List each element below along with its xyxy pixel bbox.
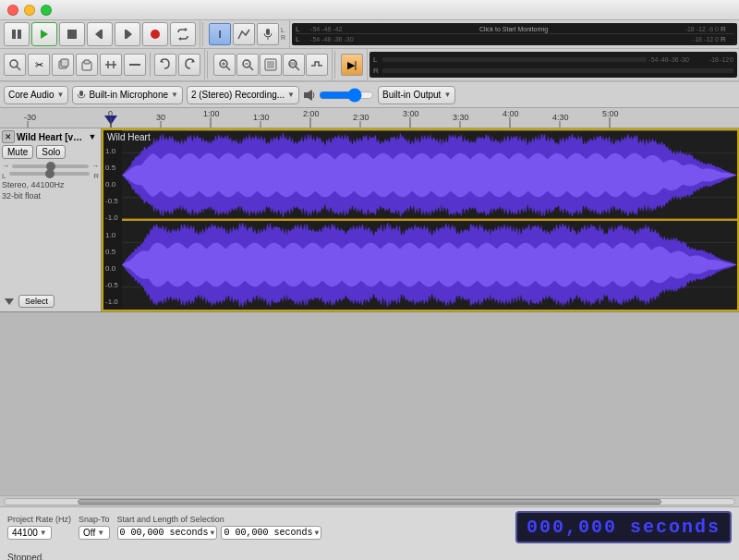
svg-rect-7	[125, 30, 127, 39]
zoom-tool[interactable]	[4, 54, 26, 76]
pan-slider-thumb[interactable]	[45, 169, 55, 178]
transport-toolbar	[0, 20, 200, 48]
output-device-select[interactable]: Built-in Output ▼	[378, 86, 455, 104]
main-content: ✕ Wild Heart [vo... ▼ Mute Solo → → L	[0, 128, 739, 495]
track-close-button[interactable]: ✕	[2, 130, 15, 143]
track-info: Stereo, 44100Hz 32-bit float	[2, 180, 99, 201]
pause-button[interactable]	[4, 22, 30, 46]
svg-marker-4	[95, 30, 101, 39]
svg-rect-33	[267, 61, 274, 68]
waveform-title: Wild Heart	[107, 132, 151, 142]
minimize-button[interactable]	[24, 5, 35, 16]
hscroll-track[interactable]	[4, 498, 735, 505]
db-label: -6	[708, 26, 713, 32]
dropdown-arrow[interactable]: ▼	[314, 529, 319, 537]
device-bar: Core Audio ▼ Built-in Microphone ▼ 2 (St…	[0, 81, 739, 107]
maximize-button[interactable]	[41, 5, 52, 16]
solo-button[interactable]: Solo	[36, 145, 66, 159]
scale-labels: 1.0 0.5 0.0 -0.5 -1.0 1.0 0.5 0.0 -0.5 -…	[105, 147, 122, 306]
snap-to-group: Snap-To Off ▼	[79, 515, 110, 540]
recording-meter[interactable]: L -54 -48 -42 Click to Start Monitoring …	[292, 23, 737, 45]
svg-text:5:00: 5:00	[602, 109, 619, 118]
db-label: -54	[310, 26, 320, 32]
envelope-tool[interactable]	[233, 23, 255, 45]
svg-line-28	[226, 67, 230, 70]
snap-to-label: Snap-To	[79, 515, 110, 524]
svg-text:30: 30	[156, 113, 165, 122]
track-container: ✕ Wild Heart [vo... ▼ Mute Solo → → L	[0, 128, 739, 312]
chevron-down-icon: ▼	[171, 91, 178, 99]
playback-meter[interactable]: L -54-48-36-30-18-120 R	[370, 52, 737, 78]
close-button[interactable]	[7, 5, 18, 16]
status-row1: Project Rate (Hz) 44100 ▼ Snap-To Off ▼ …	[7, 511, 732, 543]
svg-rect-35	[290, 62, 296, 66]
divider	[207, 51, 208, 79]
svg-marker-66	[5, 298, 14, 305]
zoom-out-btn[interactable]	[236, 54, 259, 76]
project-rate-group: Project Rate (Hz) 44100 ▼	[7, 515, 71, 540]
track-area: ✕ Wild Heart [vo... ▼ Mute Solo → → L	[0, 128, 739, 495]
svg-line-31	[249, 67, 253, 70]
undo-tool[interactable]	[154, 54, 176, 76]
tools-toolbar-2: ✂	[0, 49, 205, 80]
svg-text:0: 0	[108, 109, 113, 118]
titlebar	[0, 0, 739, 20]
svg-line-14	[17, 67, 20, 70]
skip-btn-section: ▶|	[337, 49, 368, 80]
trim-tool[interactable]	[100, 54, 122, 76]
selection-start[interactable]: 0 00,000 seconds ▼	[117, 526, 218, 540]
skip-start-btn[interactable]: ▶|	[341, 54, 363, 76]
output-volume-slider[interactable]	[319, 90, 374, 101]
empty-track-area	[0, 312, 739, 495]
channels-select[interactable]: 2 (Stereo) Recording... ▼	[187, 86, 299, 104]
snap-to-value[interactable]: Off ▼	[79, 526, 110, 540]
paste-tool[interactable]	[76, 54, 98, 76]
track-footer: Select	[2, 293, 99, 310]
svg-text:2:30: 2:30	[353, 113, 370, 122]
zoom-toggle-btn[interactable]	[306, 54, 328, 76]
db-label: -18	[685, 26, 695, 32]
click-to-start[interactable]: Click to Start Monitoring	[479, 26, 548, 32]
draw-tool[interactable]: ✂	[28, 54, 50, 76]
svg-rect-5	[101, 30, 103, 39]
svg-rect-16	[61, 59, 68, 67]
svg-marker-2	[41, 30, 48, 39]
timeline-ruler[interactable]: -30 0 30 1:00 1:30 2:00 2:30 3:00 3:30 4…	[0, 108, 739, 128]
project-rate-value[interactable]: 44100 ▼	[7, 526, 52, 540]
prev-button[interactable]	[87, 22, 113, 46]
hscrollbar	[0, 495, 739, 506]
zoom-in-btn[interactable]	[213, 54, 236, 76]
svg-rect-0	[12, 30, 16, 39]
select-button[interactable]: Select	[18, 295, 55, 308]
zoom-sel-btn[interactable]	[283, 54, 305, 76]
selection-label: Start and Length of Selection	[117, 515, 508, 524]
hscroll-thumb[interactable]	[78, 499, 661, 505]
selection-length[interactable]: 0 00,000 seconds ▼	[221, 526, 321, 540]
redo-tool[interactable]	[178, 54, 200, 76]
next-button[interactable]	[115, 22, 140, 46]
mute-button[interactable]: Mute	[2, 145, 33, 159]
play-button[interactable]	[31, 22, 57, 46]
loop-button[interactable]	[170, 22, 196, 46]
track-name: Wild Heart [vo...	[17, 132, 84, 142]
copy-tool[interactable]	[52, 54, 74, 76]
svg-text:-30: -30	[24, 113, 36, 122]
output-controls	[303, 89, 374, 102]
input-device-select[interactable]: Built-in Microphone ▼	[72, 86, 183, 104]
svg-point-13	[10, 60, 18, 67]
record-button[interactable]	[142, 22, 168, 46]
track-header: ✕ Wild Heart [vo... ▼	[2, 130, 99, 143]
track-collapse-button[interactable]: ▼	[86, 130, 99, 143]
silence-tool[interactable]	[124, 54, 146, 76]
dropdown-arrow[interactable]: ▼	[211, 529, 215, 537]
cursor-tool[interactable]: I	[209, 23, 231, 45]
volume-slider-track	[12, 164, 89, 168]
mic-icon	[257, 23, 279, 45]
ruler-svg: -30 0 30 1:00 1:30 2:00 2:30 3:00 3:30 4…	[0, 108, 739, 128]
waveform-area[interactable]: Wild Heart 1.0 0.5 0.0 -0.5 -1.0 1.0 0.5…	[102, 128, 739, 311]
zoom-fit-btn[interactable]	[260, 54, 282, 76]
audio-host-select[interactable]: Core Audio ▼	[4, 86, 68, 104]
waveform-canvas	[122, 130, 737, 310]
stop-button[interactable]	[59, 22, 85, 46]
svg-rect-18	[84, 60, 90, 64]
